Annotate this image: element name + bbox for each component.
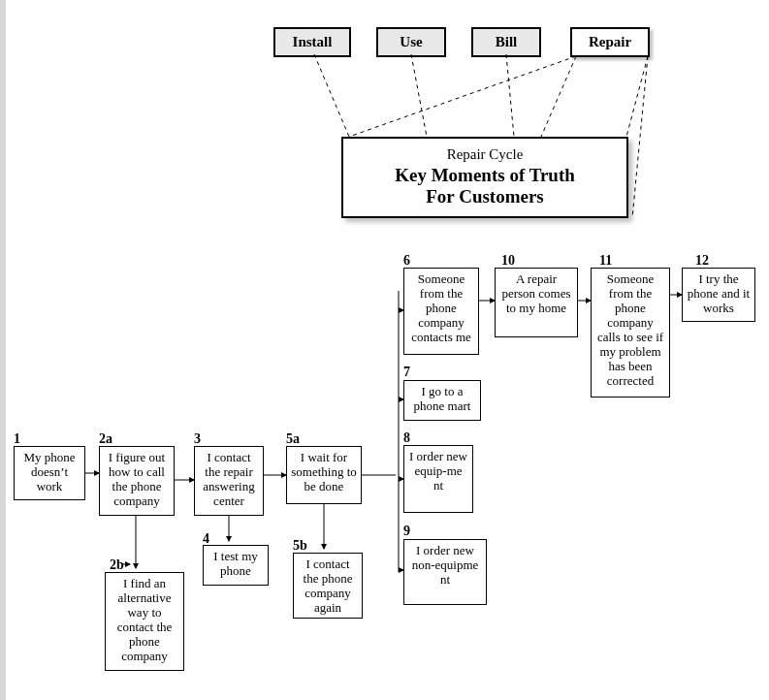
label-3: 3 — [194, 431, 201, 447]
svg-line-6 — [632, 56, 648, 218]
node-3: I contact the repair answering center — [194, 446, 264, 516]
node-1: My phone doesn’t work — [14, 446, 85, 500]
title-line3: For Customers — [343, 186, 626, 207]
node-2b: I find an alternative way to contact the… — [105, 572, 184, 671]
label-5a: 5a — [286, 431, 300, 447]
label-8: 8 — [403, 430, 410, 446]
diagram-canvas: Install Use Bill Repair Repair Cycle Key… — [0, 0, 769, 700]
label-11: 11 — [599, 253, 612, 269]
title-line1: Repair Cycle — [343, 146, 626, 163]
node-5b: I contact the phone company again — [293, 553, 363, 619]
svg-line-4 — [626, 56, 648, 137]
label-10: 10 — [501, 253, 515, 269]
svg-line-3 — [349, 56, 576, 137]
title-box: Repair Cycle Key Moments of Truth For Cu… — [341, 137, 628, 218]
node-7: I go to a phone mart — [403, 380, 481, 421]
label-5b: 5b — [293, 538, 307, 554]
label-1: 1 — [14, 431, 20, 447]
svg-line-5 — [541, 56, 576, 137]
node-9: I order new non-equipme nt — [403, 539, 487, 605]
tab-use: Use — [376, 27, 446, 57]
node-5a: I wait for something to be done — [286, 446, 362, 504]
label-2a: 2a — [99, 431, 112, 447]
label-12: 12 — [695, 253, 709, 269]
node-2a: I figure out how to call the phone compa… — [99, 446, 175, 516]
left-margin-shade — [0, 0, 6, 700]
svg-line-0 — [314, 54, 349, 137]
label-2b: 2b — [110, 557, 124, 573]
label-9: 9 — [403, 524, 410, 539]
svg-line-2 — [506, 54, 514, 137]
tab-repair: Repair — [570, 27, 650, 57]
node-8: I order new equip-me nt — [403, 445, 473, 513]
node-11: Someone from the phone company calls to … — [591, 268, 670, 398]
node-10: A repair person comes to my home — [495, 268, 578, 337]
svg-line-1 — [411, 54, 427, 137]
tab-bill: Bill — [471, 27, 541, 57]
node-6: Someone from the phone company contacts … — [403, 268, 479, 355]
node-12: I try the phone and it works — [682, 268, 755, 322]
tab-install: Install — [273, 27, 351, 57]
label-6: 6 — [403, 253, 410, 269]
node-4: I test my phone — [203, 545, 269, 586]
title-line2: Key Moments of Truth — [343, 165, 626, 186]
label-7: 7 — [403, 365, 410, 380]
